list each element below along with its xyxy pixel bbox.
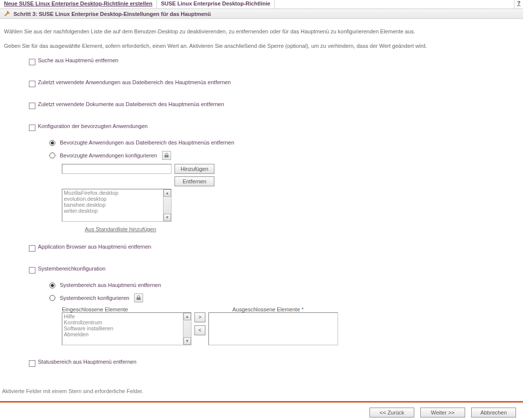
scrollbar[interactable]: ▲ ▼ [163, 189, 171, 221]
radio-sys-remove[interactable] [49, 282, 55, 288]
checkbox-remove-app-browser[interactable] [29, 245, 35, 252]
label-remove-app-browser: Application Browser aus Hauptmenü entfer… [38, 243, 151, 250]
list-item[interactable]: Software installieren [64, 325, 191, 331]
cancel-button[interactable]: Abbrechen [471, 408, 516, 418]
back-button[interactable]: << Zurück [369, 408, 414, 418]
move-left-button[interactable]: < [194, 325, 205, 335]
excluded-listbox[interactable] [208, 312, 338, 345]
intro-paragraph-2: Geben Sie für das ausgewählte Element, s… [4, 42, 519, 50]
add-button[interactable]: Hinzufügen [174, 164, 214, 174]
content-area: Wählen Sie aus der nachfolgenden Liste d… [0, 19, 523, 385]
list-item[interactable]: writer.desktop [64, 208, 171, 214]
breadcrumb: Neue SUSE Linux Enterprise Desktop-Richt… [0, 0, 523, 9]
label-remove-search: Suche aus Hauptmenü entfernen [38, 57, 118, 63]
add-from-standard-link[interactable]: Aus Standardliste hinzufügen [85, 226, 156, 232]
wizard-footer: << Zurück Weiter >> Abbrechen [0, 403, 523, 420]
label-fav-remove: Bevorzugte Anwendungen aus Dateibereich … [60, 140, 234, 145]
checkbox-remove-status[interactable] [29, 360, 35, 367]
checkbox-remove-recent-apps[interactable] [29, 81, 35, 87]
list-item[interactable]: MozillaFirefox.desktop [64, 190, 171, 196]
wrench-icon [4, 10, 10, 17]
breadcrumb-link-new-policy[interactable]: Neue SUSE Linux Enterprise Desktop-Richt… [0, 0, 157, 8]
help-button[interactable]: ? [514, 0, 523, 8]
checkbox-sys-config[interactable] [29, 267, 35, 274]
list-item[interactable]: banshee.desktop [64, 202, 171, 208]
list-item[interactable]: Kontrollzentrum [64, 319, 191, 325]
label-remove-recent-apps: Zuletzt verwendete Anwendungen aus Datei… [38, 79, 231, 85]
included-label: Eingeschlossene Elemente [62, 306, 191, 312]
excluded-label: Ausgeschlossene Elemente * [232, 306, 304, 312]
move-right-button[interactable]: > [194, 312, 205, 322]
scrollbar[interactable]: ▲ ▼ [183, 313, 191, 345]
included-listbox[interactable]: Hilfe Kontrollzentrum Software installie… [62, 312, 191, 345]
scroll-up-icon[interactable]: ▲ [164, 189, 171, 197]
label-remove-recent-docs: Zuletzt verwendete Dokumente aus Dateibe… [38, 101, 224, 107]
list-item[interactable]: Hilfe [64, 313, 191, 319]
breadcrumb-current: SUSE Linux Enterprise Desktop-Richtlinie [157, 0, 275, 8]
required-footnote: Aktivierte Felder mit einem Stern sind e… [0, 385, 523, 401]
checkbox-remove-search[interactable] [29, 59, 35, 65]
required-asterisk: * [302, 306, 304, 312]
label-remove-status: Statusbereich aus Hauptmenü entfernen [38, 358, 137, 365]
checkbox-fav-config[interactable] [29, 125, 35, 131]
list-item[interactable]: evolution.desktop [64, 196, 171, 202]
fav-listbox[interactable]: MozillaFirefox.desktop evolution.desktop… [62, 189, 172, 222]
label-sys-config: Systembereichkonfiguration [38, 265, 106, 272]
step-title-bar: Schritt 3: SUSE Linux Enterprise Desktop… [0, 9, 523, 19]
list-item[interactable]: Abmelden [64, 331, 191, 337]
radio-fav-configure[interactable] [49, 152, 55, 158]
radio-sys-configure[interactable] [49, 295, 55, 301]
label-sys-remove: Systembereich aus Hauptmenü entfernen [60, 282, 161, 288]
checkbox-remove-recent-docs[interactable] [29, 103, 35, 109]
step-title: Schritt 3: SUSE Linux Enterprise Desktop… [13, 11, 211, 17]
intro-paragraph-1: Wählen Sie aus der nachfolgenden Liste d… [4, 28, 519, 35]
lock-icon[interactable] [134, 293, 143, 302]
lock-icon[interactable] [162, 151, 171, 160]
scroll-down-icon[interactable]: ▼ [164, 214, 171, 221]
label-fav-config: Konfiguration der bevorzugten Anwendunge… [38, 123, 148, 129]
label-sys-configure: Systembereich konfigurieren [60, 295, 129, 301]
scroll-down-icon[interactable]: ▼ [183, 337, 191, 345]
next-button[interactable]: Weiter >> [420, 408, 465, 418]
scroll-up-icon[interactable]: ▲ [183, 313, 191, 320]
radio-fav-remove[interactable] [49, 140, 55, 146]
remove-button[interactable]: Entfernen [174, 176, 214, 186]
label-fav-configure: Bevorzugte Anwendungen konfigurieren [60, 152, 157, 158]
fav-input[interactable] [62, 164, 172, 174]
